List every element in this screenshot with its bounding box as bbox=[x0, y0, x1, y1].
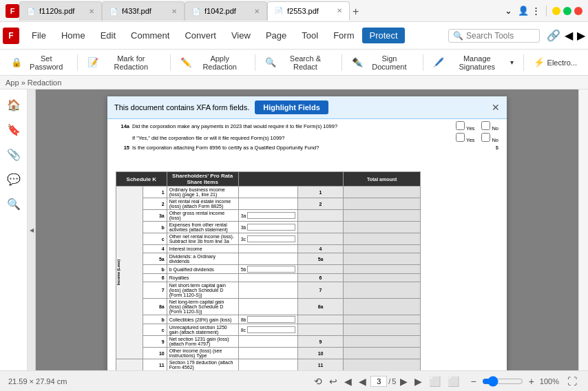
total-amount-cell[interactable] bbox=[343, 210, 421, 222]
maximize-btn[interactable] bbox=[563, 7, 571, 15]
sidebar-bookmark[interactable]: 🔖 bbox=[4, 120, 23, 139]
search-redact-btn[interactable]: 🔍Search & Redact bbox=[260, 52, 337, 74]
row-field-cell[interactable]: 3c bbox=[238, 233, 298, 245]
more-tabs-btn[interactable]: ⌄ bbox=[502, 4, 515, 17]
menu-item-edit[interactable]: Edit bbox=[94, 28, 123, 43]
mark-redaction-btn[interactable]: 📝Mark for Redaction bbox=[82, 52, 166, 74]
total-amount-cell[interactable] bbox=[343, 198, 421, 210]
search-tools-input[interactable] bbox=[466, 31, 535, 41]
prev-page-btn[interactable]: ◀ bbox=[356, 374, 369, 388]
first-page-btn[interactable]: ◀ bbox=[342, 374, 355, 388]
row-field-cell bbox=[238, 274, 298, 282]
menu-item-tool[interactable]: Tool bbox=[295, 28, 325, 43]
menu-icon[interactable]: ⋮ bbox=[532, 6, 540, 16]
fit-width-btn[interactable]: ⬜ bbox=[445, 374, 462, 388]
menu-item-comment[interactable]: Comment bbox=[124, 28, 176, 43]
tab-tab4[interactable]: 📄f2553.pdf✕ bbox=[267, 1, 350, 21]
right-row-num-cell: 4 bbox=[298, 245, 344, 253]
header-icon-1[interactable]: ◀ bbox=[565, 29, 573, 42]
sidebar-search[interactable]: 🔍 bbox=[4, 194, 23, 213]
search-icon: 🔍 bbox=[453, 31, 463, 41]
row-field-cell[interactable]: 5b bbox=[238, 265, 298, 274]
header-icon-0[interactable]: 🔗 bbox=[547, 29, 560, 42]
total-amount-cell[interactable] bbox=[343, 324, 421, 336]
total-amount-cell[interactable] bbox=[343, 245, 421, 253]
sidebar-comment[interactable]: 💬 bbox=[4, 169, 23, 189]
notification-message: This document contains XFA form fields. bbox=[114, 103, 249, 112]
menu-item-page[interactable]: Page bbox=[259, 28, 293, 43]
collapse-handle[interactable]: ◀ bbox=[28, 89, 36, 370]
row-field-cell[interactable]: 3a bbox=[238, 210, 298, 222]
total-amount-cell[interactable] bbox=[343, 222, 421, 233]
row-num-cell: 9 bbox=[143, 336, 167, 348]
total-amount-cell[interactable] bbox=[343, 299, 421, 315]
total-amount-cell[interactable] bbox=[343, 282, 421, 299]
row-field-cell[interactable]: 3b bbox=[238, 222, 298, 233]
total-amount-cell[interactable] bbox=[343, 315, 421, 324]
total-amount-cell[interactable] bbox=[343, 274, 421, 282]
fullscreen-btn[interactable]: ⛶ bbox=[565, 374, 580, 388]
electronic-icon: ⚡ bbox=[534, 57, 545, 67]
zoom-slider[interactable] bbox=[482, 376, 523, 387]
total-amount-cell[interactable] bbox=[343, 253, 421, 265]
page-input[interactable] bbox=[370, 376, 387, 387]
back-btn[interactable]: ↩ bbox=[326, 374, 340, 388]
tab-controls[interactable]: ⌄ 👤 ⋮ bbox=[502, 4, 582, 17]
menu-item-form[interactable]: Form bbox=[326, 28, 361, 43]
set-password-label: Set Password bbox=[25, 54, 67, 71]
manage-signatures-btn[interactable]: 🖊️Manage Signatures▾ bbox=[428, 52, 519, 74]
sign-document-btn[interactable]: ✒️Sign Document bbox=[346, 52, 419, 74]
apply-redaction-btn[interactable]: ✏️Apply Redaction bbox=[175, 52, 251, 74]
rotate-btn[interactable]: ⟲ bbox=[311, 374, 325, 388]
no-14a-sub[interactable] bbox=[481, 133, 490, 142]
yes-14a[interactable] bbox=[456, 121, 465, 130]
row-field-cell[interactable]: 8b bbox=[238, 315, 298, 324]
menu-item-view[interactable]: View bbox=[224, 28, 258, 43]
search-tools[interactable]: 🔍 bbox=[448, 29, 540, 43]
last-page-btn[interactable]: ▶ bbox=[412, 374, 425, 388]
doc-area[interactable]: This document contains XFA form fields. … bbox=[36, 89, 578, 370]
notification-close-btn[interactable]: ✕ bbox=[492, 102, 500, 113]
total-amount-cell[interactable] bbox=[343, 265, 421, 274]
total-amount-cell[interactable] bbox=[343, 336, 421, 348]
menu-item-home[interactable]: Home bbox=[54, 28, 92, 43]
row-num-cell: 7 bbox=[143, 282, 167, 299]
next-page-btn[interactable]: ▶ bbox=[397, 374, 410, 388]
menu-item-convert[interactable]: Convert bbox=[178, 28, 223, 43]
highlight-fields-btn[interactable]: Highlight Fields bbox=[255, 101, 328, 114]
close-btn[interactable] bbox=[574, 7, 582, 15]
electronic-btn[interactable]: ⚡Electro... bbox=[528, 54, 582, 70]
row-field-cell[interactable]: 8c bbox=[238, 324, 298, 336]
row-desc-cell: Net long-term capital gain (loss) (attac… bbox=[167, 299, 238, 315]
no-14a[interactable] bbox=[481, 121, 490, 130]
total-amount-cell[interactable] bbox=[343, 187, 421, 198]
account-icon[interactable]: 👤 bbox=[518, 6, 529, 16]
right-row-num-cell: 7 bbox=[298, 282, 344, 299]
tab-tab3[interactable]: 📄f1042.pdf✕ bbox=[185, 1, 267, 21]
tab-close-tab4[interactable]: ✕ bbox=[337, 7, 342, 14]
new-tab-btn[interactable]: + bbox=[350, 3, 361, 21]
total-amount-cell[interactable] bbox=[343, 359, 421, 371]
set-password-btn[interactable]: 🔒Set Password bbox=[6, 52, 73, 74]
zoom-in-btn[interactable]: + bbox=[526, 374, 537, 388]
total-amount-cell[interactable] bbox=[343, 233, 421, 245]
pdf-icon: 📄 bbox=[27, 8, 35, 15]
tab-close-tab2[interactable]: ✕ bbox=[171, 8, 177, 15]
tab-tab2[interactable]: 📄f433f.pdf✕ bbox=[102, 1, 185, 21]
yes-14a-sub[interactable] bbox=[456, 133, 465, 142]
sidebar-attachment[interactable]: 📎 bbox=[4, 145, 23, 164]
tab-close-tab3[interactable]: ✕ bbox=[254, 8, 260, 15]
search-redact-icon: 🔍 bbox=[265, 57, 276, 67]
menu-item-protect[interactable]: Protect bbox=[362, 28, 404, 43]
fit-page-btn[interactable]: ⬜ bbox=[426, 374, 443, 388]
menu-item-file[interactable]: File bbox=[25, 28, 53, 43]
zoom-out-btn[interactable]: − bbox=[468, 374, 479, 388]
tab-tab1[interactable]: 📄f1120s.pdf✕ bbox=[19, 1, 102, 21]
row-num-cell: b bbox=[143, 315, 167, 324]
tab-close-tab1[interactable]: ✕ bbox=[89, 8, 94, 15]
header-icon-2[interactable]: ▶ bbox=[577, 29, 585, 42]
minimize-btn[interactable] bbox=[552, 7, 560, 15]
row-field-cell bbox=[238, 336, 298, 348]
total-amount-cell[interactable] bbox=[343, 348, 421, 359]
sidebar-home[interactable]: 🏠 bbox=[4, 95, 23, 114]
